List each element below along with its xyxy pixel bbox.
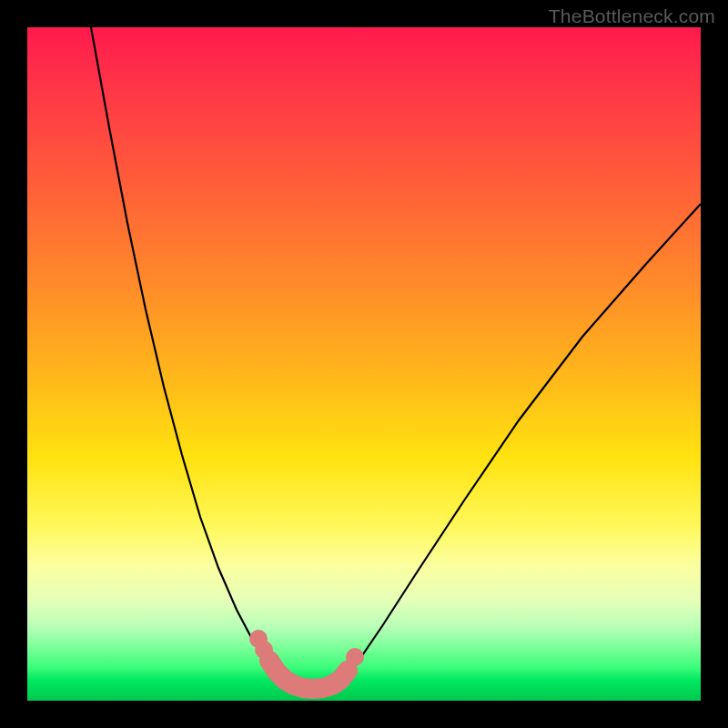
chart-svg <box>27 27 701 701</box>
chart-frame: TheBottleneck.com <box>0 0 728 728</box>
svg-point-1 <box>255 641 273 659</box>
plot-area <box>27 27 701 701</box>
svg-point-2 <box>346 648 364 666</box>
watermark-text: TheBottleneck.com <box>549 5 715 27</box>
right-curve <box>337 204 701 688</box>
highlight-markers <box>249 630 364 689</box>
left-curve <box>91 27 300 688</box>
